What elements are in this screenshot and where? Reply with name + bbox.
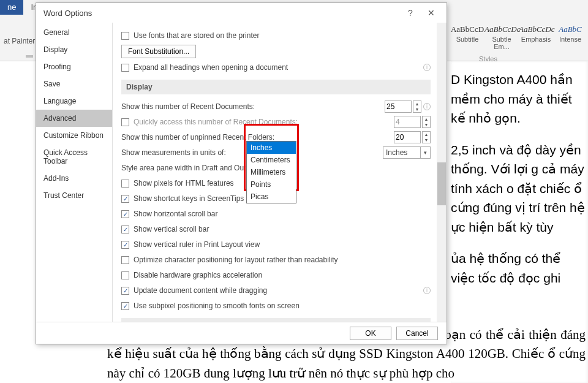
chevron-down-icon: ▾ [420,147,430,158]
format-painter-label: at Painter [0,34,39,48]
scrollbar-track[interactable] [437,23,447,322]
cb-disable-hw[interactable] [121,271,129,279]
lbl-vscroll: Show vertical scroll bar [134,225,431,233]
close-button[interactable]: ✕ [421,8,442,18]
lbl-disable-hw: Disable hardware graphics acceleration [134,271,431,279]
unit-millimeters[interactable]: Millimeters [247,166,296,178]
cb-vruler[interactable] [121,241,129,249]
doc-para-2: 2,5 inch và độ dày yền thống. Với lợi g … [451,140,586,237]
cat-qat[interactable]: Quick Access Toolbar [36,144,112,170]
cat-advanced[interactable]: Advanced [36,110,112,127]
lbl-vruler: Show vertical ruler in Print Layout view [134,240,431,249]
lbl-recent-docs: Show this number of Recent Documents: [121,102,385,111]
styles-gallery: AaBbCcDSubtitle AaBbCcDcSubtle Em... AaB… [450,25,588,55]
spin-recent-docs[interactable] [385,100,412,113]
unit-points[interactable]: Points [247,178,296,191]
cancel-button[interactable]: Cancel [396,327,438,340]
cat-save[interactable]: Save [36,75,112,93]
tab-home[interactable]: ne [0,0,23,15]
lbl-unpinned-folders: Show this number of unpinned Recent Fold… [121,133,394,142]
cat-trust-center[interactable]: Trust Center [36,187,112,204]
cb-expand-headings[interactable] [121,64,129,72]
ribbon-divider [26,55,33,58]
style-emphasis[interactable]: AaBbCcDcEmphasis [519,25,553,55]
info-icon[interactable]: i [423,103,431,110]
scrollbar-thumb[interactable] [437,162,446,205]
lbl-expand-headings: Expand all headings when opening a docum… [134,63,421,72]
spin-quick-btns: ▲▼ [422,116,431,128]
lbl-use-printer-fonts: Use fonts that are stored on the printer [134,31,431,40]
cat-display[interactable]: Display [36,41,112,58]
dialog-titlebar: Word Options ? ✕ [36,3,447,23]
style-intense[interactable]: AaBbCIntense [553,25,587,55]
cb-quick-access[interactable] [121,118,129,126]
unit-picas[interactable]: Picas [247,191,296,203]
help-button[interactable]: ? [400,8,421,18]
select-units[interactable]: Inches▾ [383,146,431,159]
spin-quick-access [394,116,421,128]
unit-centimeters[interactable]: Centimeters [247,154,296,166]
unit-inches[interactable]: Inches [247,142,296,154]
lbl-quick-access: Quickly access this number of Recent Doc… [134,118,394,126]
doc-para-1: D Kingston A400 hần mềm cho máy à thiết … [451,70,586,128]
cb-subpixel[interactable] [121,302,129,310]
cat-general[interactable]: General [36,24,112,41]
spin-recent-btns[interactable]: ▲▼ [413,100,421,113]
doc-para-3: ủa hệ thống có thể việc tốc độ đọc ghi [451,249,586,287]
category-list: General Display Proofing Save Language A… [36,23,113,322]
cb-update-drag[interactable] [121,287,129,295]
info-icon[interactable]: i [423,64,431,71]
lbl-hscroll: Show horizontal scroll bar [134,210,431,218]
dialog-footer: OK Cancel [36,322,447,344]
ok-button[interactable]: OK [350,327,391,340]
cb-pixels-html[interactable] [121,180,129,188]
lbl-update-drag: Update document content while dragging [134,286,421,295]
cb-optimize-char[interactable] [121,256,129,264]
font-substitution-button[interactable]: Font Substitution... [121,45,196,58]
dialog-title-text: Word Options [43,9,92,18]
units-dropdown: Inches Centimeters Millimeters Points Pi… [246,141,296,203]
info-icon[interactable]: i [423,287,431,294]
cb-use-printer-fonts[interactable] [121,32,129,40]
options-panel: Use fonts that are stored on the printer… [113,23,447,322]
cat-addins[interactable]: Add-Ins [36,170,112,187]
spin-unpinned-btns[interactable]: ▲▼ [422,131,431,143]
cb-hscroll[interactable] [121,210,129,218]
style-subtle-emphasis[interactable]: AaBbCcDcSubtle Em... [484,25,519,55]
word-options-dialog: Word Options ? ✕ General Display Proofin… [36,2,447,344]
section-display: Display [121,80,431,94]
cat-language[interactable]: Language [36,93,112,110]
cat-proofing[interactable]: Proofing [36,58,112,75]
cb-shortcut-keys[interactable] [121,195,129,203]
lbl-optimize-char: Optimize character positioning for layou… [134,256,431,264]
cat-customize-ribbon[interactable]: Customize Ribbon [36,127,112,144]
lbl-subpixel: Use subpixel positioning to smooth fonts… [134,301,431,310]
spin-unpinned[interactable] [394,131,421,143]
style-subtitle[interactable]: AaBbCcDSubtitle [450,25,484,55]
cb-vscroll[interactable] [121,226,129,233]
